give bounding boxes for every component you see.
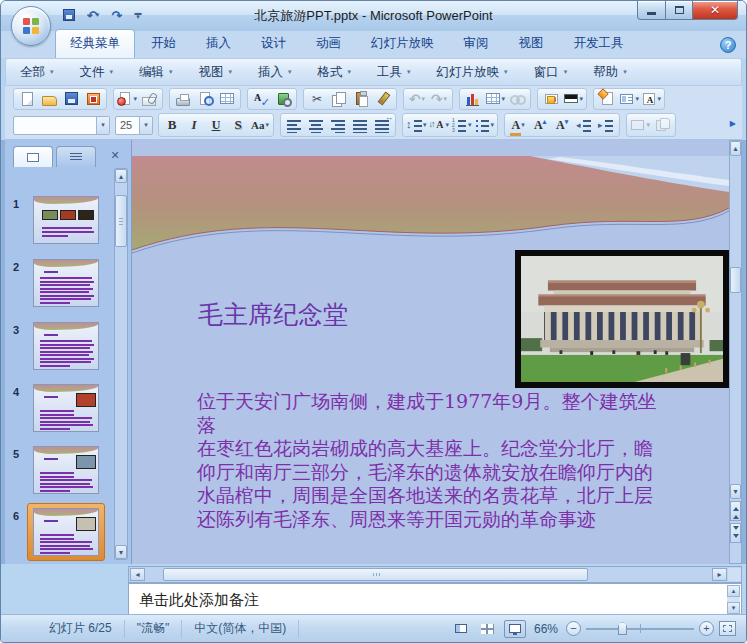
shrink-font-button[interactable]: A bbox=[551, 115, 573, 135]
panel-scroll-thumb[interactable] bbox=[115, 195, 127, 247]
chart-button[interactable] bbox=[462, 89, 484, 109]
table-button[interactable]: ▾ bbox=[484, 89, 506, 109]
slide-design-button[interactable] bbox=[540, 89, 562, 109]
slides-tab[interactable] bbox=[13, 146, 53, 167]
layout-dropdown[interactable]: ▾ bbox=[635, 95, 639, 103]
slide-thumbnail-3[interactable] bbox=[33, 322, 99, 370]
new-button[interactable] bbox=[16, 89, 38, 109]
maximize-button[interactable] bbox=[666, 1, 693, 20]
menu-item[interactable]: 格式▾ bbox=[318, 64, 352, 81]
slide-canvas[interactable]: 毛主席纪念堂 位于天安门广场南侧，建成于1977年9月。整个建筑坐落在枣红色花岗… bbox=[132, 140, 729, 564]
reuse-slides-button[interactable] bbox=[651, 115, 673, 135]
font-color-dropdown[interactable]: ▾ bbox=[521, 121, 525, 129]
zoom-slider-thumb[interactable] bbox=[618, 622, 627, 635]
increase-indent-button[interactable] bbox=[595, 115, 617, 135]
font-color-button[interactable]: A▾ bbox=[507, 115, 529, 135]
slide-thumbnail-6[interactable] bbox=[33, 508, 99, 556]
save-button[interactable] bbox=[60, 89, 82, 109]
outline-tab[interactable] bbox=[56, 146, 96, 167]
slide-thumbnail-4[interactable] bbox=[33, 384, 99, 432]
ribbon-tab-active[interactable]: 经典菜单 bbox=[55, 29, 135, 58]
slide-photo[interactable] bbox=[515, 250, 729, 388]
menu-item[interactable]: 编辑▾ bbox=[139, 64, 173, 81]
next-slide-button[interactable] bbox=[730, 523, 741, 543]
print-preview-button[interactable] bbox=[194, 89, 216, 109]
undo-button[interactable]: ↶▾ bbox=[406, 89, 428, 109]
ribbon-tab-item[interactable]: 开始 bbox=[137, 30, 190, 58]
editor-scroll-up[interactable]: ▴ bbox=[730, 141, 741, 156]
slide-thumbnail-2[interactable] bbox=[33, 259, 99, 307]
slide-thumbnail-1[interactable] bbox=[33, 196, 99, 244]
panel-scroll-down[interactable]: ▾ bbox=[115, 545, 127, 559]
zoom-slider[interactable] bbox=[586, 621, 694, 636]
font-size-dropdown[interactable]: ▾ bbox=[139, 117, 152, 134]
export-show-button[interactable] bbox=[82, 89, 104, 109]
editor-scroll-left[interactable]: ◂ bbox=[130, 568, 145, 581]
editor-scroll-thumb[interactable] bbox=[730, 267, 741, 293]
status-language[interactable]: 中文(简体，中国) bbox=[182, 620, 299, 638]
design-templates-dropdown[interactable]: ▾ bbox=[647, 121, 651, 129]
menu-item[interactable]: 窗口▾ bbox=[534, 64, 568, 81]
bold-button[interactable]: B bbox=[161, 115, 183, 135]
italic-button[interactable]: I bbox=[183, 115, 205, 135]
menu-item[interactable]: 帮助▾ bbox=[593, 64, 627, 81]
design-templates-button[interactable]: ▾ bbox=[629, 115, 651, 135]
print-grid-button[interactable] bbox=[216, 89, 238, 109]
change-case-dropdown[interactable]: ▾ bbox=[265, 121, 269, 129]
paste-button[interactable] bbox=[350, 89, 372, 109]
notes-panel[interactable]: 单击此处添加备注 ▴ ▾ bbox=[128, 583, 742, 616]
panel-scroll-up[interactable]: ▴ bbox=[115, 169, 127, 183]
color-mode-button[interactable]: ▾ bbox=[562, 89, 584, 109]
print-button[interactable] bbox=[172, 89, 194, 109]
menu-item[interactable]: 插入▾ bbox=[258, 64, 292, 81]
font-dialog-dropdown[interactable]: ▾ bbox=[657, 95, 661, 103]
ribbon-tab-item[interactable]: 动画 bbox=[302, 30, 355, 58]
redo-dropdown[interactable]: ▾ bbox=[444, 95, 448, 103]
zoom-level-label[interactable]: 66% bbox=[534, 622, 558, 636]
permission-button[interactable]: ▾ bbox=[116, 89, 138, 109]
slide-sorter-view-button[interactable] bbox=[477, 620, 499, 638]
text-direction-dropdown[interactable]: ▾ bbox=[446, 121, 450, 129]
help-button[interactable]: ? bbox=[720, 37, 736, 53]
toolbar-options-icon[interactable]: ▶ bbox=[730, 119, 736, 128]
shadow-button[interactable]: S bbox=[227, 115, 249, 135]
color-mode-dropdown[interactable]: ▾ bbox=[579, 95, 583, 103]
table-dropdown[interactable]: ▾ bbox=[501, 95, 505, 103]
panel-close-button[interactable]: ✕ bbox=[107, 147, 123, 163]
panel-scrollbar[interactable]: ▴ ▾ bbox=[114, 168, 128, 560]
redo-button[interactable]: ↷▾ bbox=[428, 89, 450, 109]
ribbon-tab-item[interactable]: 开发工具 bbox=[560, 30, 638, 58]
previous-slide-button[interactable] bbox=[730, 501, 741, 521]
line-spacing-button[interactable]: ▾ bbox=[405, 115, 428, 135]
font-dialog-button[interactable]: ▾ bbox=[640, 89, 662, 109]
ribbon-tab-item[interactable]: 审阅 bbox=[450, 30, 503, 58]
layout-button[interactable]: ▾ bbox=[618, 89, 640, 109]
editor-horizontal-scrollbar[interactable]: ◂ ▸ bbox=[128, 566, 742, 583]
slide-title[interactable]: 毛主席纪念堂 bbox=[198, 298, 348, 331]
normal-view-button[interactable] bbox=[450, 620, 472, 638]
slide-thumbnail-5[interactable] bbox=[33, 446, 99, 494]
fit-slide-to-window-button[interactable] bbox=[719, 621, 736, 636]
numbered-list-dropdown[interactable]: ▾ bbox=[468, 121, 472, 129]
spelling-button[interactable] bbox=[250, 89, 272, 109]
menu-item[interactable]: 文件▾ bbox=[80, 64, 114, 81]
notes-scrollbar[interactable]: ▴ ▾ bbox=[727, 585, 740, 614]
editor-hscroll-thumb[interactable] bbox=[163, 568, 588, 581]
bullet-list-dropdown[interactable]: ▾ bbox=[491, 121, 495, 129]
menu-item[interactable]: 全部▾ bbox=[20, 64, 54, 81]
cut-button[interactable]: ✂ bbox=[306, 89, 328, 109]
open-button[interactable] bbox=[38, 89, 60, 109]
hyperlink-button[interactable] bbox=[506, 89, 528, 109]
slideshow-view-button[interactable] bbox=[504, 620, 526, 638]
font-size-combo[interactable]: 25 ▾ bbox=[115, 116, 153, 135]
menu-item[interactable]: 工具▾ bbox=[377, 64, 411, 81]
distribute-button[interactable] bbox=[371, 115, 393, 135]
slide-body-text[interactable]: 位于天安门广场南侧，建成于1977年9月。整个建筑坐落在枣红色花岗岩砌成的高大基… bbox=[197, 390, 659, 531]
editor-vertical-scrollbar[interactable]: ▴ ▾ bbox=[729, 140, 742, 564]
menu-item[interactable]: 幻灯片放映▾ bbox=[437, 64, 508, 81]
ribbon-tab-item[interactable]: 幻灯片放映 bbox=[357, 30, 448, 58]
justify-button[interactable] bbox=[349, 115, 371, 135]
underline-button[interactable]: U bbox=[205, 115, 227, 135]
editor-scroll-down[interactable]: ▾ bbox=[730, 484, 741, 499]
attach-mail-button[interactable] bbox=[138, 89, 160, 109]
